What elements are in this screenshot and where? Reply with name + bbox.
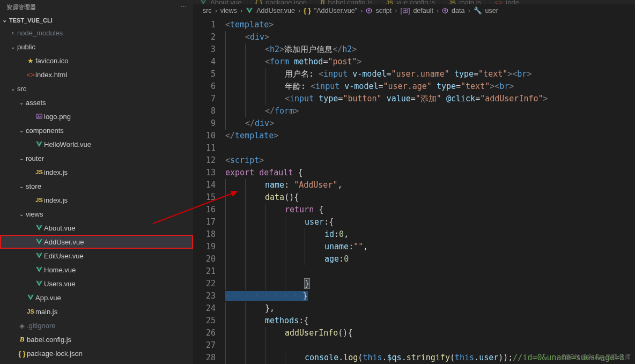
code-line[interactable]: <template> (225, 19, 635, 31)
code-line[interactable]: addUserInfo(){ (225, 327, 635, 339)
tree-file[interactable]: ★favicon.ico (0, 54, 193, 68)
code-line[interactable] (225, 142, 635, 154)
js-icon: JS (448, 0, 455, 4)
editor-tab[interactable]: <>inde (488, 0, 526, 4)
code-line[interactable] (225, 265, 635, 278)
breadcrumb-item[interactable]: views (220, 7, 237, 14)
code-body[interactable]: <template><div><h2>添加用户信息</h2><form meth… (225, 17, 635, 364)
code-line[interactable]: export default { (225, 167, 635, 179)
breadcrumb-item[interactable]: AddUser.vue (256, 7, 295, 14)
tree-file[interactable]: Bbabel.config.js (0, 332, 193, 346)
tree-item-label: Users.vue (44, 280, 76, 288)
tree-folder[interactable]: ⌄assets (0, 95, 193, 109)
breadcrumb-item[interactable]: default (413, 7, 433, 14)
tree-item-label: HelloWorld.vue (44, 140, 91, 148)
tree-file[interactable]: AddUser.vue (0, 235, 193, 249)
breadcrumb-separator: › (360, 7, 363, 14)
tree-folder[interactable]: ⌄store (0, 179, 193, 193)
code-editor[interactable]: 1234567891011121314151617181920212223242… (193, 17, 635, 364)
tree-folder[interactable]: ⌄src (0, 81, 193, 95)
code-line[interactable]: <input type="button" value="添加" @click="… (225, 93, 635, 105)
breadcrumbs: src›views›AddUser.vue›{ }"AddUser.vue"›s… (193, 4, 635, 17)
code-line[interactable]: name: "AddUser", (225, 179, 635, 191)
tree-file[interactable]: JSmain.js (0, 304, 193, 318)
code-line[interactable]: } (225, 278, 635, 290)
more-icon[interactable]: ⋯ (181, 4, 187, 11)
chevron-icon: › (9, 30, 17, 36)
tree-item-label: .gitignore (27, 322, 55, 330)
line-number: 20 (193, 253, 216, 265)
tab-label: vue.config.js (396, 0, 435, 4)
tree-folder[interactable]: ⌄router (0, 151, 193, 165)
code-line[interactable]: 用户名: <input v-model="user.uname" type="t… (225, 68, 635, 80)
code-line[interactable]: uname:"", (225, 241, 635, 253)
editor-tab[interactable]: JSvue.config.js (380, 0, 442, 4)
code-line[interactable]: data(){ (225, 191, 635, 204)
breadcrumb-item[interactable]: user (485, 7, 498, 14)
chevron-icon: ⌄ (17, 155, 26, 161)
code-line[interactable]: 年龄: <input v-model="user.age" type="text… (225, 80, 635, 93)
json-icon: { } (255, 0, 263, 4)
code-line[interactable]: </div> (225, 117, 635, 130)
code-line[interactable]: · · · · · · · · } (225, 290, 635, 302)
code-line[interactable]: <script> (225, 154, 635, 167)
chevron-icon: ⌄ (17, 183, 26, 189)
line-number: 14 (193, 179, 216, 191)
tree-file[interactable]: JSindex.js (0, 165, 193, 179)
tree-item-label: public (17, 43, 35, 51)
breadcrumb-item[interactable]: src (203, 7, 212, 14)
project-name: TEST_VUE_CLI (9, 17, 53, 24)
code-line[interactable]: id:0, (225, 228, 635, 241)
code-line[interactable]: </template> (225, 130, 635, 142)
breadcrumb-item[interactable]: script (375, 7, 392, 14)
tab-label: package.json (265, 0, 307, 4)
editor-tab[interactable]: JSmain.js (442, 0, 488, 4)
json-icon: { } (304, 6, 311, 14)
tree-folder[interactable]: ›node_modules (0, 26, 193, 40)
line-number: 19 (193, 241, 216, 253)
code-line[interactable]: methods:{ (225, 315, 635, 327)
code-line[interactable]: age:0 (225, 253, 635, 265)
tree-item-label: index.html (35, 71, 67, 79)
code-line[interactable]: user:{ (225, 216, 635, 228)
tree-file[interactable]: App.vue (0, 291, 193, 304)
editor-tab[interactable]: { }package.json (249, 0, 314, 4)
line-number: 17 (193, 216, 216, 228)
code-line[interactable]: </form> (225, 105, 635, 117)
project-header[interactable]: ⌄ TEST_VUE_CLI (0, 14, 193, 26)
code-line[interactable]: }, (225, 302, 635, 315)
code-line[interactable]: return { (225, 204, 635, 216)
tree-file[interactable]: JSindex.js (0, 193, 193, 207)
tree-file[interactable]: HelloWorld.vue (0, 137, 193, 151)
vue-icon (34, 266, 44, 273)
code-line[interactable]: <form method="post"> (225, 56, 635, 68)
chevron-icon: ⌄ (17, 211, 26, 217)
line-number: 2 (193, 31, 216, 43)
tree-item-label: EditUser.vue (44, 252, 84, 260)
tree-file[interactable]: <>index.html (0, 68, 193, 81)
breadcrumb-separator: › (215, 7, 217, 14)
git-icon: ◈ (17, 322, 27, 330)
editor-tab[interactable]: About.vue (193, 0, 249, 4)
tree-file[interactable]: EditUser.vue (0, 249, 193, 263)
line-number: 9 (193, 117, 216, 130)
tree-file[interactable]: Users.vue (0, 277, 193, 291)
json-icon: { } (17, 350, 27, 358)
line-number: 25 (193, 315, 216, 327)
tree-file[interactable]: About.vue (0, 221, 193, 235)
code-line[interactable] (225, 339, 635, 352)
tree-file[interactable]: ◈.gitignore (0, 318, 193, 332)
tree-file[interactable]: Home.vue (0, 263, 193, 277)
tree-file[interactable]: { }package-lock.json (0, 346, 193, 360)
tree-file[interactable]: logo.png (0, 109, 193, 123)
code-line[interactable]: <h2>添加用户信息</h2> (225, 43, 635, 56)
breadcrumb-item[interactable]: "AddUser.vue" (314, 7, 357, 14)
svg-point-1 (38, 115, 39, 116)
code-line[interactable]: <div> (225, 31, 635, 43)
tree-folder[interactable]: ⌄public (0, 40, 193, 54)
tree-folder[interactable]: ⌄components (0, 123, 193, 137)
breadcrumb-item[interactable]: data (452, 7, 464, 14)
editor-tab[interactable]: Bbabel.config.js (314, 0, 380, 4)
tree-item-label: favicon.ico (35, 57, 68, 65)
tree-folder[interactable]: ⌄views (0, 207, 193, 221)
